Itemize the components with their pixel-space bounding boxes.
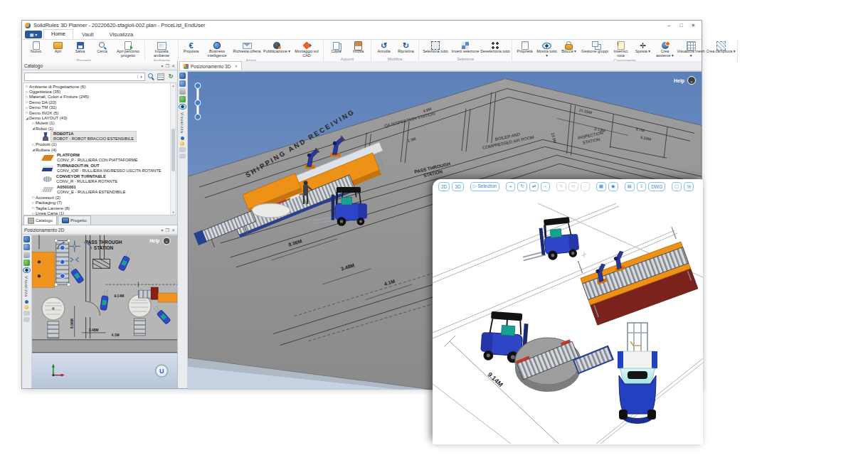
- tree-item[interactable]: ▷ Prodotti (1): [23, 142, 171, 147]
- viewer-toolbar-button[interactable]: −: [541, 182, 550, 191]
- viewer-toolbar-button[interactable]: ▷ Selection: [470, 182, 500, 191]
- blue-dot-icon[interactable]: [181, 137, 184, 140]
- viewer-toolbar-button[interactable]: ↻: [517, 182, 526, 191]
- camera-icon[interactable]: [179, 88, 186, 95]
- visualizza-strip-label[interactable]: Visualizza: [180, 112, 184, 134]
- ribbon-button[interactable]: € Proposta: [180, 41, 202, 54]
- render-sphere-icon[interactable]: [179, 96, 186, 102]
- viewer-toolbar-button[interactable]: DWG: [648, 182, 665, 191]
- tree-item[interactable]: ▷ Demo INOX (5): [23, 110, 171, 115]
- blue-dot-icon[interactable]: [25, 300, 28, 304]
- view-cube-alt-icon[interactable]: [23, 244, 30, 250]
- ribbon-button[interactable]: Deseleziona tutto: [480, 41, 510, 54]
- tree-item[interactable]: ▷ Ambiente di Progettazione (6): [23, 84, 171, 89]
- tree-item[interactable]: ▷ Muletti (1): [23, 121, 171, 126]
- tree-item[interactable]: ROBOT1A ROBOT - ROBOT BRACCIO ESTENSIBIL…: [23, 132, 171, 142]
- ribbon-button[interactable]: Nuovo: [25, 41, 47, 54]
- tree-item[interactable]: ▷ Oggettistica (35): [23, 89, 171, 94]
- ribbon-button[interactable]: Proprietà: [514, 41, 536, 54]
- panel-pin-icon[interactable]: ❐: [166, 63, 169, 68]
- ribbon-button[interactable]: Crea campitura ▾: [706, 41, 736, 54]
- viewer-toolbar-button[interactable]: ▤: [625, 182, 635, 191]
- tab-home[interactable]: Home: [43, 29, 73, 39]
- ribbon-button[interactable]: Gestione gruppi: [580, 41, 610, 54]
- tree-item[interactable]: ▷ Materiali, Colori e Finiture (245): [23, 95, 171, 100]
- viewer-toolbar-button[interactable]: ⇄: [529, 182, 539, 191]
- catalog-search-input[interactable]: [25, 74, 137, 80]
- ribbon-button[interactable]: Crea assieme ▾: [654, 41, 676, 58]
- scroll-up-icon[interactable]: ▲: [172, 84, 175, 87]
- file-menu-button[interactable]: ▦ ▾: [25, 31, 42, 38]
- view-cube-icon[interactable]: [23, 236, 30, 242]
- tree-item[interactable]: ▷ Taglia Lamiere (8): [23, 205, 171, 210]
- tree-item[interactable]: ▷ Demo DA (20): [23, 100, 171, 105]
- viewer-toolbar-button[interactable]: ▢: [672, 182, 682, 191]
- bottom-tab[interactable]: Progetto: [58, 215, 91, 225]
- ribbon-button[interactable]: Visualizza mesh ▾: [676, 41, 706, 58]
- panel-menu-icon[interactable]: ▾: [162, 228, 164, 233]
- layer-icon[interactable]: [179, 147, 186, 152]
- viewer-toolbar-button[interactable]: +: [506, 182, 515, 191]
- grid-icon[interactable]: [179, 154, 186, 159]
- close-button[interactable]: ✕: [688, 21, 699, 29]
- tree-item[interactable]: ▷ Linea Carta (1): [23, 210, 171, 215]
- ribbon-button[interactable]: Apri: [47, 41, 69, 54]
- eye-icon[interactable]: [179, 104, 186, 110]
- conveyor-zone-right[interactable]: [158, 293, 177, 302]
- ribbon-button[interactable]: Inverti selezione: [450, 41, 480, 54]
- viewer-toolbar-button[interactable]: %: [684, 182, 694, 191]
- layer-icon[interactable]: [23, 311, 30, 316]
- tree-scrollbar[interactable]: ▲ ▼: [170, 83, 176, 215]
- viewer-toolbar-button[interactable]: ▭: [568, 182, 578, 191]
- tree-item[interactable]: CONVEYOR TURNTABLE CONV_R - RULLIERA ROT…: [23, 173, 171, 184]
- tab-vault[interactable]: Vault: [75, 31, 101, 39]
- viewer-toolbar-button[interactable]: ○: [581, 182, 590, 191]
- tree-item[interactable]: TURNABOUT-IN_OUT CONV_IOR - RULLIERA ING…: [23, 163, 171, 173]
- tree-item[interactable]: ▷ Accessori (2): [23, 195, 171, 200]
- combo-dropdown-icon[interactable]: ▾: [137, 75, 144, 79]
- roller-conveyor-left[interactable]: [55, 239, 70, 286]
- bulb-icon[interactable]: [24, 305, 28, 309]
- machine-red[interactable]: [151, 287, 158, 299]
- view-cube-alt-icon[interactable]: [179, 80, 186, 87]
- viewer-toolbar-button[interactable]: ◉: [608, 182, 618, 191]
- tree-item[interactable]: A0501001 CONV_E - RULLIERA ESTENDIBILE: [23, 184, 171, 195]
- tree-item[interactable]: ▷ Packaging (7): [23, 201, 171, 205]
- panel-close-icon[interactable]: ✕: [171, 228, 175, 233]
- catalog-search-button[interactable]: [147, 73, 155, 80]
- viewer-toolbar-button[interactable]: ▦: [596, 182, 606, 191]
- tree-item[interactable]: ◢ Demo LAYOUT (43): [23, 115, 171, 120]
- tab-close-icon[interactable]: ✕: [234, 64, 238, 68]
- ribbon-button[interactable]: Pubblicazione ▾: [262, 41, 292, 54]
- panel-pin-icon[interactable]: ❐: [166, 228, 169, 233]
- viewer-canvas[interactable]: 9.14M: [433, 193, 703, 444]
- ribbon-button[interactable]: Apri percorso progetto: [113, 41, 143, 58]
- visualizza-strip-label[interactable]: Visualizza: [24, 276, 28, 297]
- view-2d-header[interactable]: Posizionamento 2D ▾ ❐ ✕: [22, 225, 177, 235]
- camera-icon[interactable]: [23, 252, 30, 258]
- tab-visualizza[interactable]: Visualizza: [102, 31, 141, 39]
- ribbon-button[interactable]: Imposta ambiente: [147, 41, 176, 58]
- ribbon-button[interactable]: Richiesta offerta: [232, 41, 262, 54]
- title-bar[interactable]: SolidRules 3D Planner - 20220620-sfagiol…: [22, 21, 702, 30]
- turntable-left[interactable]: [42, 297, 65, 320]
- eye-icon[interactable]: [23, 267, 31, 273]
- ribbon-button[interactable]: Blocca ▾: [558, 41, 580, 54]
- conveyor-zone-left[interactable]: [32, 252, 55, 287]
- viewer-toolbar-button[interactable]: ⇩: [637, 182, 646, 191]
- collapse-tree-button[interactable]: [157, 73, 165, 80]
- conveyor-right[interactable]: [138, 290, 151, 298]
- view-cube-icon[interactable]: [179, 73, 186, 79]
- ribbon-button[interactable]: Cerca: [91, 41, 113, 54]
- catalog-panel-header[interactable]: Catalogo ▾ ❐ ✕: [22, 61, 177, 70]
- ribbon-button[interactable]: Incolla: [347, 41, 369, 54]
- ribbon-button[interactable]: Seleziona tutto: [420, 41, 450, 54]
- ribbon-button[interactable]: Business intelligence: [202, 41, 232, 58]
- viewer-toolbar-button[interactable]: 2D: [438, 182, 450, 191]
- view-2d-canvas[interactable]: PASS THROUGH STATION: [32, 235, 177, 388]
- viewer-toolbar-button[interactable]: 3D: [452, 182, 463, 191]
- viewer-toolbar-button[interactable]: ✎: [556, 182, 566, 191]
- tab-posizionamento-3d[interactable]: Posizionamento 3D ✕: [179, 61, 242, 70]
- tree-item[interactable]: ▷ Demo TM (31): [23, 105, 171, 110]
- minimize-button[interactable]: –: [664, 21, 674, 29]
